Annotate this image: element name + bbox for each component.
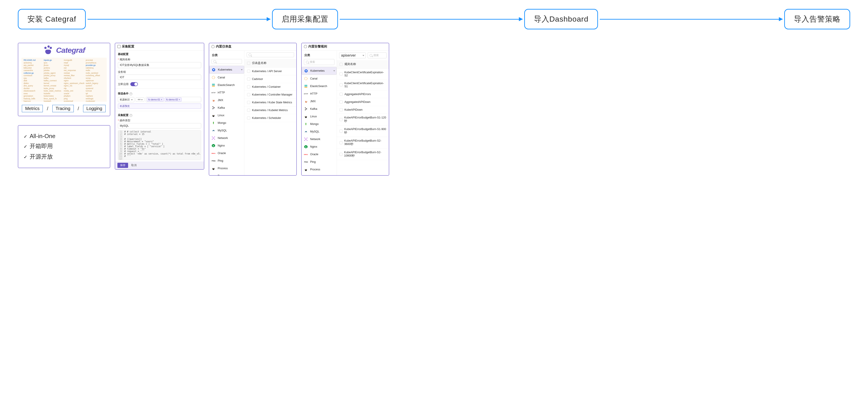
category-item-http[interactable]: HTTPHTTP — [302, 90, 337, 98]
row-checkbox[interactable] — [247, 117, 250, 120]
svg-line-17 — [213, 137, 215, 138]
table-row[interactable]: KubeAPIErrorBudgetBurn-S2-10800秒 — [337, 149, 389, 160]
row-checkbox[interactable] — [247, 101, 250, 104]
plugin-item: oracle — [64, 92, 85, 95]
svg-rect-4 — [212, 85, 215, 86]
select-all-checkbox[interactable] — [340, 63, 343, 66]
category-item-linux[interactable]: Linux — [302, 113, 337, 120]
category-item-mysql[interactable]: MySQL — [302, 128, 337, 135]
category-item-nginx[interactable]: NNginx — [302, 143, 337, 151]
category-item-canal[interactable]: Canal — [302, 75, 337, 83]
row-label: Kubernetes / Container — [252, 85, 281, 89]
enable-label: 立即启用 — [118, 83, 129, 86]
category-search[interactable]: 搜索 — [304, 59, 334, 65]
row-checkbox[interactable] — [340, 100, 343, 103]
category-item-processes[interactable]: Processes — [302, 173, 337, 175]
category-item-mongo[interactable]: Mongo — [302, 120, 337, 128]
pillar-metrics: Metrics — [22, 105, 43, 112]
alert-search[interactable]: 搜索 — [368, 52, 386, 58]
row-checkbox[interactable] — [340, 72, 343, 75]
category-item-ping[interactable]: PINGPing — [302, 158, 337, 166]
category-item-processes[interactable]: Processes — [209, 172, 244, 175]
row-checkbox[interactable] — [340, 118, 342, 121]
row-checkbox[interactable] — [247, 85, 250, 89]
table-row[interactable]: Kubernetes / Container — [244, 83, 296, 91]
category-item-mysql[interactable]: MySQL — [209, 127, 244, 134]
cancel-button[interactable]: 取消 — [130, 163, 137, 168]
category-item-process[interactable]: Process — [209, 165, 244, 172]
filter-op-select[interactable]: == — [136, 97, 144, 102]
row-checkbox[interactable] — [247, 70, 250, 73]
table-row[interactable]: KubeAPIErrorBudgetBurn-S1-120秒 — [337, 114, 389, 125]
row-checkbox[interactable] — [340, 130, 342, 133]
feature-item: ✓All-in-One — [24, 133, 104, 140]
plugin-item: README.md — [24, 59, 42, 62]
row-checkbox[interactable] — [247, 93, 250, 96]
select-all-checkbox[interactable] — [247, 62, 250, 65]
category-item-elasticsearch[interactable]: ElasticSearch — [209, 81, 244, 89]
row-checkbox[interactable] — [340, 153, 342, 156]
category-item-network[interactable]: Network — [302, 135, 337, 143]
category-item-kubernetes[interactable]: Kubernetes — [302, 67, 337, 75]
category-item-process[interactable]: Process — [302, 166, 337, 173]
table-row[interactable]: Kubernetes / Scheduler — [244, 114, 296, 122]
row-label: KubeAPIDown — [344, 108, 363, 111]
category-item-canal[interactable]: Canal — [209, 74, 244, 81]
table-row[interactable]: KubeClientCertificateExpiration-S1 — [337, 79, 389, 90]
plugin-type-input[interactable]: MySQL — [118, 123, 201, 129]
category-item-oracle[interactable]: ORACLEOracle — [209, 150, 244, 157]
info-icon[interactable]: ? — [129, 114, 132, 117]
info-icon[interactable]: ? — [129, 92, 132, 95]
save-button[interactable]: 保存 — [117, 163, 128, 168]
config-editor[interactable]: 1# # collect interval2# interval = 1534#… — [118, 130, 201, 160]
plugin-item: greenplum — [24, 95, 42, 98]
row-checkbox[interactable] — [340, 141, 342, 144]
table-row[interactable]: AggregatedAPIErrors — [337, 90, 389, 98]
category-item-oracle[interactable]: ORACLEOracle — [302, 151, 337, 158]
preview-button[interactable]: 机器预览 — [118, 103, 201, 109]
biz-input[interactable]: IOT — [118, 75, 201, 80]
category-item-linux[interactable]: Linux — [209, 111, 244, 119]
category-item-jmx[interactable]: JMX — [302, 98, 337, 105]
filter-field-select[interactable]: 机器标识 — [118, 97, 134, 102]
plugin-item: rocketmq_offset — [86, 74, 104, 77]
filter-tag[interactable]: fc-demo-02× — [165, 98, 182, 102]
table-row[interactable]: Kubernetes / Controller Manager — [244, 91, 296, 99]
category-item-kafka[interactable]: Kafka — [302, 105, 337, 113]
category-item-jmx[interactable]: JMX — [209, 96, 244, 104]
category-item-mongo[interactable]: Mongo — [209, 119, 244, 127]
filter-tag[interactable]: fc-demo-01× — [147, 98, 164, 102]
row-checkbox[interactable] — [247, 109, 250, 112]
table-row[interactable]: Cadvisor — [244, 75, 296, 83]
table-row[interactable]: AggregatedAPIDown — [337, 98, 389, 106]
table-row[interactable]: KubeAPIErrorBudgetBurn-S1-900秒 — [337, 125, 389, 137]
rule-scope-select[interactable]: apiserver — [339, 53, 366, 58]
rule-name-input[interactable]: IOT业务MySQL数据采集 — [118, 62, 201, 68]
category-item-http[interactable]: HTTPHTTP — [209, 89, 244, 96]
table-row[interactable]: Kubernetes / Kubelet Metrics — [244, 106, 296, 114]
table-row[interactable]: Kubernetes / API Server — [244, 67, 296, 75]
table-row[interactable]: KubeAPIErrorBudgetBurn-S2-3600秒 — [337, 137, 389, 149]
svg-text:ORACLE: ORACLE — [211, 153, 215, 154]
category-item-nginx[interactable]: NNginx — [209, 142, 244, 150]
svg-point-37 — [305, 70, 307, 71]
search-icon — [213, 60, 216, 63]
table-row[interactable]: KubeClientCertificateExpiration-S2 — [337, 69, 389, 79]
plugin-item: cassandra — [24, 69, 42, 72]
row-checkbox[interactable] — [340, 108, 343, 111]
category-item-kafka[interactable]: Kafka — [209, 104, 244, 111]
dashboard-search[interactable] — [247, 52, 294, 57]
row-checkbox[interactable] — [247, 77, 250, 80]
enable-switch[interactable] — [130, 82, 138, 86]
row-checkbox[interactable] — [340, 83, 343, 87]
category-item-ping[interactable]: PINGPing — [209, 157, 244, 165]
category-item-network[interactable]: Network — [209, 134, 244, 142]
category-item-kubernetes[interactable]: Kubernetes — [209, 66, 244, 74]
row-checkbox[interactable] — [340, 93, 343, 96]
pillars-row: Metrics / Tracing / Logging — [18, 102, 110, 116]
category-search[interactable] — [211, 59, 242, 64]
table-row[interactable]: Kubernetes / Kube State Metrics — [244, 99, 296, 106]
plugin-item: tomcat — [86, 90, 104, 92]
category-item-elasticsearch[interactable]: ElasticSearch — [302, 83, 337, 90]
table-row[interactable]: KubeAPIDown — [337, 106, 389, 114]
